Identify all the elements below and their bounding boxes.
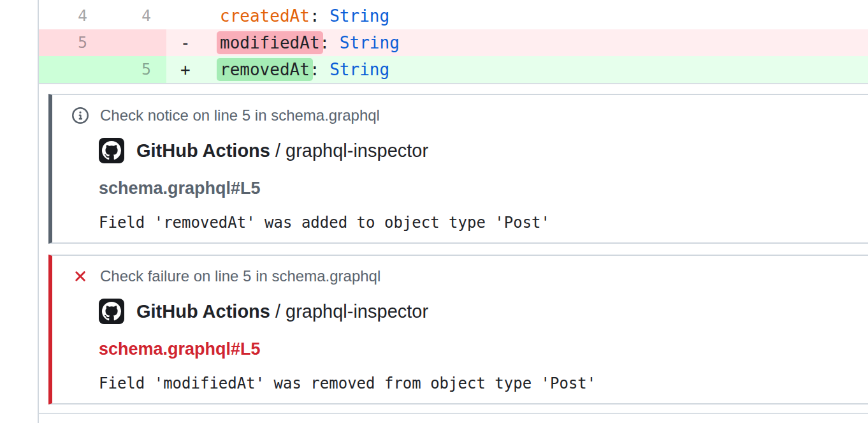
check-title: GitHub Actions/graphql-inspector <box>136 301 428 322</box>
title-separator: / <box>275 140 280 161</box>
type-token: String <box>329 6 389 26</box>
old-line-number[interactable]: 4 <box>39 3 103 29</box>
diff-line-context: 4 4 createdAt: String <box>39 3 868 29</box>
diff-marker: - <box>180 29 220 56</box>
diff-line-deletion: 5 -modifiedAt: String <box>39 29 868 56</box>
field-name-token: createdAt <box>220 6 310 26</box>
diff-line-addition: 5 +removedAt: String <box>39 56 868 83</box>
annotation-header-text: Check notice on line 5 in schema.graphql <box>100 107 380 124</box>
diff-panel: 4 4 createdAt: String 5 -modifiedAt: Str… <box>38 0 868 423</box>
annotation-header: Check failure on line 5 in schema.graphq… <box>72 267 868 285</box>
old-line-number[interactable] <box>39 56 103 83</box>
check-run-name: graphql-inspector <box>286 301 428 322</box>
title-separator: / <box>275 301 280 322</box>
punctuation-token: : <box>310 6 329 26</box>
deleted-word-highlight: modifiedAt <box>217 31 323 54</box>
new-line-number[interactable]: 4 <box>103 3 166 29</box>
annotation-file-link[interactable]: schema.graphql#L5 <box>99 339 261 359</box>
annotation-header: Check notice on line 5 in schema.graphql <box>72 107 868 124</box>
check-app-row: GitHub Actions/graphql-inspector <box>99 138 868 163</box>
check-annotation-failure: Check failure on line 5 in schema.graphq… <box>48 255 868 404</box>
annotation-header-text: Check failure on line 5 in schema.graphq… <box>100 267 380 285</box>
annotation-message: Field 'removedAt' was added to object ty… <box>99 214 868 232</box>
punctuation-token: : <box>320 33 340 52</box>
added-word-highlight: removedAt <box>217 58 313 81</box>
github-actions-avatar <box>99 138 124 163</box>
check-annotations-container: Check notice on line 5 in schema.graphql… <box>39 84 868 414</box>
diff-marker <box>180 3 220 29</box>
github-actions-avatar <box>99 299 124 324</box>
info-icon <box>72 107 89 124</box>
check-app-name: GitHub Actions <box>136 301 270 322</box>
x-icon <box>72 268 89 285</box>
code-line: createdAt: String <box>166 3 868 29</box>
new-line-number[interactable] <box>103 29 166 56</box>
check-annotation-notice: Check notice on line 5 in schema.graphql… <box>48 94 868 244</box>
annotation-file-link[interactable]: schema.graphql#L5 <box>99 179 261 198</box>
check-run-name: graphql-inspector <box>286 140 428 161</box>
new-line-number[interactable]: 5 <box>103 56 166 83</box>
punctuation-token: : <box>310 60 329 79</box>
type-token: String <box>340 33 400 52</box>
old-line-number[interactable]: 5 <box>39 29 103 56</box>
code-line: +removedAt: String <box>166 56 868 83</box>
diff-table: 4 4 createdAt: String 5 -modifiedAt: Str… <box>39 0 868 84</box>
code-line: -modifiedAt: String <box>166 29 868 56</box>
type-token: String <box>329 60 389 79</box>
diff-marker: + <box>180 56 220 83</box>
check-app-row: GitHub Actions/graphql-inspector <box>99 299 868 324</box>
check-app-name: GitHub Actions <box>136 140 270 161</box>
annotation-message: Field 'modifiedAt' was removed from obje… <box>99 375 868 392</box>
check-title: GitHub Actions/graphql-inspector <box>136 140 428 161</box>
